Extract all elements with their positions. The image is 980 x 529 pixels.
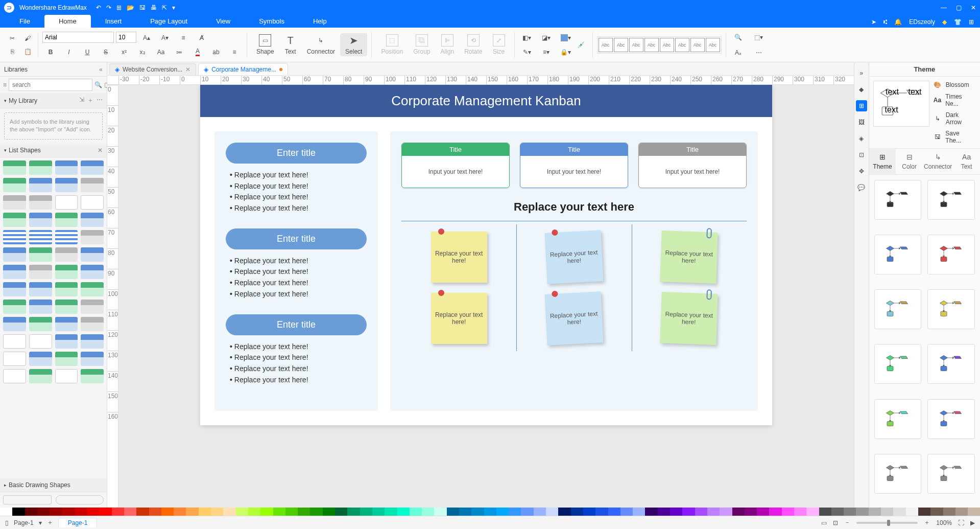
italic-icon[interactable]: I xyxy=(61,46,77,58)
color-swatch[interactable] xyxy=(410,508,422,516)
select-menu-icon[interactable]: ⬚▾ xyxy=(751,31,767,43)
bullet-item[interactable]: Replace your text here! xyxy=(230,170,367,181)
shape-thumb[interactable] xyxy=(55,195,78,210)
shape-thumb[interactable] xyxy=(81,300,104,314)
basic-shapes-header[interactable]: Basic Drawing Shapes xyxy=(9,481,70,489)
color-swatch[interactable] xyxy=(87,508,99,516)
current-page[interactable]: Page-1 xyxy=(14,519,34,526)
close-section-icon[interactable]: ✕ xyxy=(98,147,103,154)
color-swatch[interactable] xyxy=(521,508,533,516)
library-menu-icon[interactable]: ≡ xyxy=(3,81,7,88)
collapse-panel-icon[interactable]: « xyxy=(99,66,103,73)
bold-icon[interactable]: B xyxy=(42,46,59,58)
theme-option[interactable]: AaTimes Ne... xyxy=(934,93,976,107)
theme-option[interactable]: 🎨Blossom xyxy=(934,81,976,89)
tab-file[interactable]: File xyxy=(5,15,44,28)
color-swatch[interactable] xyxy=(658,508,670,516)
shape-thumb[interactable] xyxy=(55,160,78,175)
color-swatch[interactable] xyxy=(620,508,633,516)
style-swatch[interactable]: Abc xyxy=(706,38,720,52)
title-pill[interactable]: Enter title xyxy=(226,143,367,164)
shape-thumb[interactable] xyxy=(81,178,104,192)
theme-thumb[interactable] xyxy=(874,180,922,220)
theme-thumb[interactable] xyxy=(874,454,922,494)
shape-thumb[interactable] xyxy=(29,265,52,279)
color-swatch[interactable] xyxy=(211,508,223,516)
theme-thumb[interactable] xyxy=(874,399,922,439)
color-swatch[interactable] xyxy=(385,508,397,516)
shape-thumb[interactable] xyxy=(56,495,104,504)
color-swatch[interactable] xyxy=(161,508,174,516)
shape-thumb[interactable] xyxy=(29,178,52,192)
more-icon[interactable]: ⋯ xyxy=(751,47,767,59)
color-swatch[interactable] xyxy=(806,508,819,516)
color-swatch[interactable] xyxy=(25,508,37,516)
increase-font-icon[interactable]: A▴ xyxy=(138,32,155,44)
style-swatch[interactable]: Abc xyxy=(629,38,643,52)
theme-thumb[interactable] xyxy=(927,454,975,494)
text-tool[interactable]: TText xyxy=(279,33,302,56)
zoom-slider[interactable] xyxy=(856,522,918,524)
underline-icon[interactable]: U xyxy=(79,46,95,58)
strikethrough-icon[interactable]: S xyxy=(98,46,114,58)
properties-panel-icon[interactable]: ⊡ xyxy=(856,149,867,160)
sticky-note[interactable]: Replace your text here! xyxy=(431,232,487,283)
font-family-combo[interactable] xyxy=(42,32,114,43)
title-pill[interactable]: Enter title xyxy=(226,314,367,335)
color-swatch[interactable] xyxy=(720,508,732,516)
send-icon[interactable]: ➤ xyxy=(871,18,876,26)
theme-panel-icon[interactable]: ⊞ xyxy=(856,100,867,111)
bullet-item[interactable]: Replace your text here! xyxy=(230,192,367,203)
color-swatch[interactable] xyxy=(633,508,645,516)
presentation-icon[interactable]: ▶ xyxy=(970,519,975,526)
shape-thumb[interactable] xyxy=(29,230,52,244)
shape-thumb[interactable] xyxy=(3,178,26,192)
doc-banner[interactable]: Corporate Management Kanban xyxy=(200,85,772,117)
select-tool[interactable]: ➤Select xyxy=(340,33,367,56)
shape-thumb[interactable] xyxy=(55,213,78,227)
color-swatch[interactable] xyxy=(831,508,844,516)
color-swatch[interactable] xyxy=(819,508,831,516)
color-swatch[interactable] xyxy=(112,508,124,516)
shape-thumb[interactable] xyxy=(29,160,52,175)
redo-icon[interactable]: ↷ xyxy=(106,4,111,11)
color-swatch[interactable] xyxy=(906,508,918,516)
shape-thumb[interactable] xyxy=(29,282,52,296)
color-swatch[interactable] xyxy=(434,508,446,516)
color-swatch[interactable] xyxy=(298,508,310,516)
theme-thumb[interactable] xyxy=(874,235,922,274)
color-swatch[interactable] xyxy=(707,508,720,516)
fill-picker-icon[interactable]: ◧▾ xyxy=(519,32,535,44)
save-icon[interactable]: 🖫 xyxy=(139,4,146,11)
kanban-card[interactable]: TitleInput your text here! xyxy=(638,143,747,188)
color-swatch[interactable] xyxy=(595,508,608,516)
mylibrary-header[interactable]: My Library xyxy=(9,97,37,104)
color-swatch[interactable] xyxy=(397,508,410,516)
shape-thumb[interactable] xyxy=(29,213,52,227)
page-nav-icon[interactable]: ▯ xyxy=(5,519,9,526)
style-swatch[interactable]: Abc xyxy=(675,38,689,52)
style-swatch[interactable]: Abc xyxy=(599,38,613,52)
color-swatch[interactable] xyxy=(285,508,298,516)
shape-thumb[interactable] xyxy=(55,369,78,383)
color-swatch[interactable] xyxy=(583,508,595,516)
page-dropdown-icon[interactable]: ▾ xyxy=(39,519,42,526)
color-swatch[interactable] xyxy=(62,508,74,516)
color-swatch[interactable] xyxy=(459,508,471,516)
bullet-item[interactable]: Replace your text here! xyxy=(230,181,367,192)
style-swatch[interactable]: Abc xyxy=(660,38,674,52)
theme-thumb[interactable] xyxy=(927,289,975,329)
shape-thumb[interactable] xyxy=(55,265,78,279)
zoom-value[interactable]: 100% xyxy=(936,519,952,526)
shape-thumb[interactable] xyxy=(81,369,104,383)
add-icon[interactable]: ＋ xyxy=(87,96,93,105)
style-swatch[interactable]: Abc xyxy=(644,38,659,52)
subscript-icon[interactable]: x₂ xyxy=(134,46,151,58)
shape-thumb[interactable] xyxy=(29,334,52,349)
theme-thumb[interactable] xyxy=(874,344,922,384)
color-swatch[interactable] xyxy=(682,508,695,516)
comment-panel-icon[interactable]: 💬 xyxy=(856,182,867,193)
shape-thumb[interactable] xyxy=(29,317,52,331)
shape-thumb[interactable] xyxy=(3,317,26,331)
share-icon[interactable]: ⑆ xyxy=(883,18,887,26)
